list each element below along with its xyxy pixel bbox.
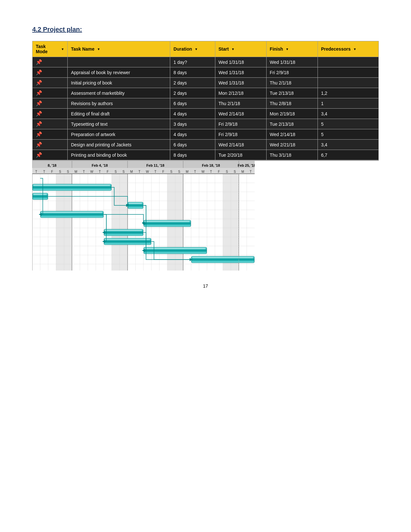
svg-text:T: T bbox=[43, 170, 45, 173]
svg-text:S: S bbox=[114, 170, 117, 173]
th-task-name[interactable]: Task Name ▼ bbox=[68, 41, 170, 57]
pin-icon: 📌 bbox=[36, 131, 42, 137]
pin-icon: 📌 bbox=[36, 59, 42, 65]
svg-text:8, '18: 8, '18 bbox=[48, 163, 56, 167]
pin-icon: 📌 bbox=[36, 69, 42, 75]
pred-cell: 1,2 bbox=[318, 88, 378, 98]
task-name-cell bbox=[68, 57, 170, 67]
gantt-svg: 8, '18Feb 4, '18Feb 11, '18Feb 18, '18Fe… bbox=[32, 161, 255, 271]
svg-text:S: S bbox=[122, 170, 125, 173]
task-name-cell: Editing of final draft bbox=[68, 109, 170, 119]
svg-rect-4 bbox=[112, 161, 120, 271]
section-title: 4.2 Project plan: bbox=[32, 26, 379, 33]
pred-cell bbox=[318, 67, 378, 78]
pred-cell: 3,4 bbox=[318, 140, 378, 150]
pred-cell bbox=[318, 57, 378, 67]
pin-icon: 📌 bbox=[36, 90, 42, 96]
svg-rect-106 bbox=[105, 230, 142, 231]
task-name-cell: Preparation of artwork bbox=[68, 129, 170, 140]
table-row: 📌Design and printing of Jackets6 daysWed… bbox=[33, 140, 379, 150]
duration-cell: 4 days bbox=[170, 109, 215, 119]
svg-text:T: T bbox=[154, 170, 156, 173]
table-row: 📌Editing of final draft4 daysWed 2/14/18… bbox=[33, 109, 379, 119]
svg-text:S: S bbox=[170, 170, 172, 173]
table-row: 📌Typesetting of text3 daysFri 2/9/18Tue … bbox=[33, 119, 379, 129]
task-name-cell: Revisions by authors bbox=[68, 98, 170, 109]
svg-text:S: S bbox=[59, 170, 61, 173]
table-row: 📌Assessment of marketiblity2 daysMon 2/1… bbox=[33, 88, 379, 98]
start-cell: Wed 1/31/18 bbox=[215, 57, 266, 67]
finish-cell: Tue 2/13/18 bbox=[266, 119, 318, 129]
th-start[interactable]: Start ▼ bbox=[215, 41, 266, 57]
pin-icon: 📌 bbox=[36, 152, 42, 158]
table-row: 📌Appraisal of book by reviewer8 daysWed … bbox=[33, 67, 379, 78]
pin-icon: 📌 bbox=[36, 100, 42, 106]
start-cell: Thu 2/1/18 bbox=[215, 98, 266, 109]
svg-rect-112 bbox=[192, 257, 253, 258]
sort-arrow-finish[interactable]: ▼ bbox=[286, 47, 289, 51]
duration-cell: 8 days bbox=[170, 67, 215, 78]
svg-text:Feb 4, '18: Feb 4, '18 bbox=[92, 163, 108, 167]
pin-icon: 📌 bbox=[36, 80, 42, 86]
project-table: Task Mode ▼ Task Name ▼ Duration ▼ Start bbox=[32, 41, 379, 160]
task-name-cell: Design and printing of Jackets bbox=[68, 140, 170, 150]
start-cell: Wed 1/31/18 bbox=[215, 78, 266, 88]
duration-cell: 2 days bbox=[170, 88, 215, 98]
svg-rect-6 bbox=[167, 161, 175, 271]
table-row: 📌Initial pricing of book2 daysWed 1/31/1… bbox=[33, 78, 379, 88]
start-cell: Tue 2/20/18 bbox=[215, 150, 266, 160]
svg-text:M: M bbox=[74, 170, 77, 173]
svg-text:W: W bbox=[90, 170, 93, 173]
svg-rect-102 bbox=[41, 212, 102, 213]
svg-text:Feb 11, '18: Feb 11, '18 bbox=[146, 163, 164, 167]
sort-arrow-task-name[interactable]: ▼ bbox=[97, 47, 100, 51]
task-name-cell: Assessment of marketiblity bbox=[68, 88, 170, 98]
svg-text:Feb 18, '18: Feb 18, '18 bbox=[202, 163, 220, 167]
sort-arrow-duration[interactable]: ▼ bbox=[195, 47, 198, 51]
finish-cell: Thu 3/1/18 bbox=[266, 150, 318, 160]
sort-arrow-pred[interactable]: ▼ bbox=[353, 47, 357, 51]
svg-text:F: F bbox=[107, 170, 109, 173]
th-duration[interactable]: Duration ▼ bbox=[170, 41, 215, 57]
svg-rect-96 bbox=[33, 185, 110, 186]
start-cell: Mon 2/12/18 bbox=[215, 88, 266, 98]
svg-text:T: T bbox=[250, 170, 252, 173]
duration-cell: 6 days bbox=[170, 140, 215, 150]
svg-text:Feb 25, '18: Feb 25, '18 bbox=[238, 163, 255, 167]
svg-text:F: F bbox=[218, 170, 220, 173]
th-task-mode[interactable]: Task Mode ▼ bbox=[33, 41, 68, 57]
finish-cell: Thu 2/1/18 bbox=[266, 78, 318, 88]
th-predecessors[interactable]: Predecessors ▼ bbox=[318, 41, 378, 57]
finish-cell: Tue 2/13/18 bbox=[266, 88, 318, 98]
gantt-chart: 8, '18Feb 4, '18Feb 11, '18Feb 18, '18Fe… bbox=[32, 160, 379, 271]
svg-text:W: W bbox=[146, 170, 149, 173]
svg-rect-8 bbox=[223, 161, 231, 271]
pred-cell: 5 bbox=[318, 119, 378, 129]
svg-text:T: T bbox=[139, 170, 141, 173]
svg-text:S: S bbox=[226, 170, 228, 173]
pin-icon: 📌 bbox=[36, 121, 42, 127]
svg-text:T: T bbox=[99, 170, 101, 173]
start-cell: Fri 2/9/18 bbox=[215, 129, 266, 140]
start-cell: Wed 2/14/18 bbox=[215, 109, 266, 119]
table-row: 📌1 day?Wed 1/31/18Wed 1/31/18 bbox=[33, 57, 379, 67]
sort-arrow-start[interactable]: ▼ bbox=[231, 47, 235, 51]
svg-rect-9 bbox=[231, 161, 239, 271]
duration-cell: 4 days bbox=[170, 129, 215, 140]
svg-rect-104 bbox=[144, 221, 190, 222]
svg-text:F: F bbox=[51, 170, 53, 173]
finish-cell: Fri 2/9/18 bbox=[266, 67, 318, 78]
svg-text:W: W bbox=[201, 170, 205, 173]
svg-text:S: S bbox=[234, 170, 236, 173]
svg-text:M: M bbox=[186, 170, 188, 173]
pred-cell: 3,4 bbox=[318, 109, 378, 119]
svg-text:T: T bbox=[194, 170, 196, 173]
start-cell: Wed 2/14/18 bbox=[215, 140, 266, 150]
svg-rect-108 bbox=[105, 239, 150, 240]
finish-cell: Wed 2/21/18 bbox=[266, 140, 318, 150]
sort-arrow-task-mode[interactable]: ▼ bbox=[61, 47, 64, 51]
th-finish[interactable]: Finish ▼ bbox=[266, 41, 318, 57]
duration-cell: 1 day? bbox=[170, 57, 215, 67]
pred-cell: 6,7 bbox=[318, 150, 378, 160]
table-row: 📌Preparation of artwork4 daysFri 2/9/18W… bbox=[33, 129, 379, 140]
